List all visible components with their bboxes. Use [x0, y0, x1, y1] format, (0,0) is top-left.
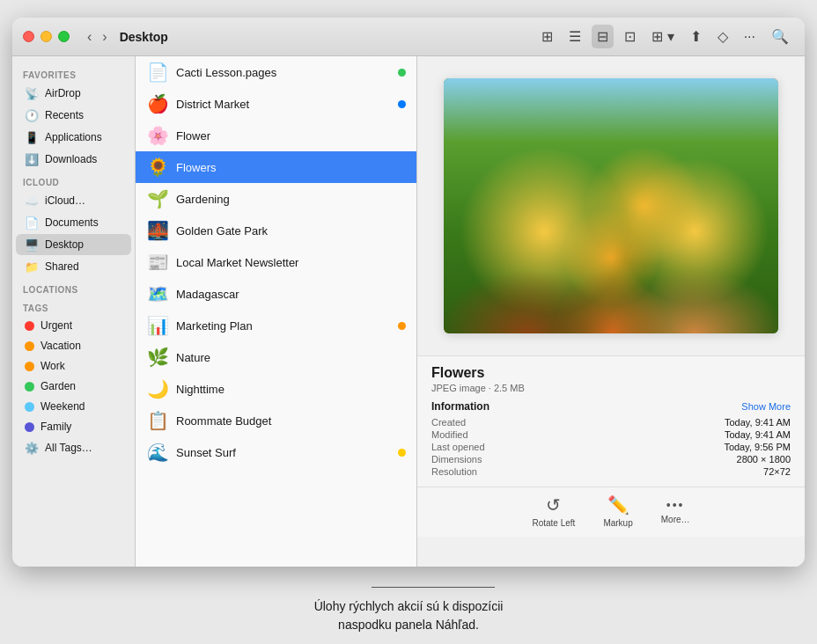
markup-icon: ✏️ — [607, 494, 629, 516]
tag-button[interactable]: ◇ — [712, 25, 733, 48]
sidebar-item-label: All Tags… — [45, 442, 92, 454]
icloud-label: iCloud — [12, 171, 135, 189]
forward-button[interactable]: › — [99, 27, 110, 47]
sidebar-item-desktop[interactable]: 🖥️ Desktop — [16, 234, 131, 255]
sidebar-item-label: Work — [40, 360, 65, 372]
file-item-nighttime[interactable]: 🌙 Nighttime — [136, 373, 416, 405]
sidebar-item-garden[interactable]: Garden — [16, 377, 131, 396]
sidebar-item-alltags[interactable]: ⚙️ All Tags… — [16, 437, 131, 458]
file-icon-nature: 🌿 — [146, 346, 169, 369]
file-item-roommate[interactable]: 📋 Roommate Budget — [136, 405, 416, 436]
sidebar-item-family[interactable]: Family — [16, 417, 131, 436]
file-icon-gardening: 🌱 — [146, 187, 169, 210]
finder-body: Favorites 📡 AirDrop 🕐 Recents 📱 Applicat… — [12, 56, 805, 567]
caption-line2: naspodku panela Náhľad. — [314, 616, 504, 634]
sidebar-item-shared[interactable]: 📁 Shared — [16, 256, 131, 277]
alltags-icon: ⚙️ — [25, 441, 39, 455]
applications-icon: 📱 — [25, 130, 39, 144]
sidebar-item-label: Vacation — [40, 340, 81, 352]
traffic-lights — [23, 31, 70, 42]
sidebar: Favorites 📡 AirDrop 🕐 Recents 📱 Applicat… — [12, 56, 136, 567]
markup-button[interactable]: ✏️ Markup — [603, 494, 632, 528]
view-gallery-button[interactable]: ⊡ — [619, 25, 641, 48]
show-more-link[interactable]: Show More — [741, 401, 791, 412]
info-val: 72×72 — [763, 466, 791, 477]
file-item-cacti[interactable]: 📄 Cacti Lesson.pages — [136, 56, 416, 88]
file-item-nature[interactable]: 🌿 Nature — [136, 341, 416, 373]
work-dot — [25, 362, 34, 371]
file-icon-marketing: 📊 — [146, 314, 169, 337]
file-item-gg-park[interactable]: 🌉 Golden Gate Park — [136, 215, 416, 246]
titlebar: ‹ › Desktop ⊞ ☰ ⊟ ⊡ ⊞ ▾ ⬆ ◇ ··· 🔍 — [12, 18, 805, 56]
file-item-sunset[interactable]: 🌊 Sunset Surf — [136, 436, 416, 468]
minimize-button[interactable] — [40, 31, 52, 42]
preview-image-container — [417, 56, 805, 355]
info-key: Resolution — [431, 466, 477, 477]
back-button[interactable]: ‹ — [84, 27, 95, 47]
sidebar-item-recents[interactable]: 🕐 Recents — [16, 105, 131, 126]
rotate-left-button[interactable]: ↺ Rotate Left — [532, 494, 575, 528]
info-header: Information Show More — [431, 400, 791, 413]
sidebar-item-weekend[interactable]: Weekend — [16, 397, 131, 416]
family-dot — [25, 422, 34, 432]
file-icon-roommate: 📋 — [146, 409, 169, 432]
info-val: Today, 9:56 PM — [724, 442, 791, 452]
caption-area: Úlohy rýchlych akcií sú k dispozícii nas… — [297, 567, 521, 644]
file-item-flowers[interactable]: 🌻 Flowers — [136, 151, 416, 183]
info-label: Information — [431, 400, 489, 413]
file-name: Cacti Lesson.pages — [176, 66, 391, 79]
sidebar-item-work[interactable]: Work — [16, 356, 131, 376]
file-name: Sunset Surf — [176, 446, 391, 459]
file-name: Nature — [176, 351, 406, 364]
file-item-madagascar[interactable]: 🗺️ Madagascar — [136, 278, 416, 310]
action-bar: ↺ Rotate Left ✏️ Markup ••• More… — [417, 487, 805, 537]
more-actions-button[interactable]: ••• More… — [661, 498, 690, 524]
sidebar-item-label: Recents — [45, 109, 84, 121]
sidebar-item-label: Family — [40, 421, 71, 433]
more-button[interactable]: ··· — [739, 26, 761, 48]
share-button[interactable]: ⬆ — [685, 25, 707, 48]
file-icon-cacti: 📄 — [146, 61, 169, 84]
sidebar-item-documents[interactable]: 📄 Documents — [16, 212, 131, 233]
search-button[interactable]: 🔍 — [766, 25, 794, 48]
weekend-dot — [25, 402, 34, 412]
sidebar-item-applications[interactable]: 📱 Applications — [16, 127, 131, 148]
info-key: Dimensions — [431, 454, 482, 465]
file-name: Madagascar — [176, 288, 406, 301]
tags-label: Tags — [12, 296, 135, 315]
shared-icon: 📁 — [25, 260, 39, 274]
file-name: Flower — [176, 129, 406, 143]
sidebar-item-downloads[interactable]: ⬇️ Downloads — [16, 149, 131, 170]
info-key: Last opened — [431, 442, 485, 452]
window-title: Desktop — [120, 30, 168, 44]
sidebar-item-vacation[interactable]: Vacation — [16, 336, 131, 355]
sidebar-item-airdrop[interactable]: 📡 AirDrop — [16, 83, 131, 104]
file-item-gardening[interactable]: 🌱 Gardening — [136, 183, 416, 215]
sidebar-item-label: Downloads — [45, 153, 97, 165]
sidebar-item-icloud[interactable]: ☁️ iCloud… — [16, 190, 131, 211]
maximize-button[interactable] — [58, 31, 70, 42]
file-item-newsletter[interactable]: 📰 Local Market Newsletter — [136, 246, 416, 278]
file-badge — [398, 100, 406, 108]
file-item-marketing[interactable]: 📊 Marketing Plan — [136, 310, 416, 341]
view-columns-button[interactable]: ⊟ — [592, 25, 614, 48]
close-button[interactable] — [23, 31, 34, 42]
file-item-district[interactable]: 🍎 District Market — [136, 88, 416, 120]
view-list-button[interactable]: ☰ — [563, 25, 586, 48]
sidebar-item-label: Shared — [45, 260, 79, 273]
file-item-flower[interactable]: 🌸 Flower — [136, 120, 416, 151]
sidebar-item-label: AirDrop — [45, 87, 81, 99]
preview-subtitle: JPEG image · 2.5 MB — [431, 383, 791, 393]
file-icon-madagascar: 🗺️ — [146, 282, 169, 305]
view-icons-button[interactable]: ⊞ — [536, 25, 558, 48]
info-key: Modified — [431, 429, 468, 440]
sidebar-item-urgent[interactable]: Urgent — [16, 316, 131, 335]
group-button[interactable]: ⊞ ▾ — [646, 25, 679, 48]
file-name: Roommate Budget — [176, 414, 406, 428]
airdrop-icon: 📡 — [25, 86, 39, 100]
favorites-label: Favorites — [12, 63, 135, 82]
sidebar-item-label: Weekend — [40, 400, 85, 413]
file-icon-nighttime: 🌙 — [146, 377, 169, 400]
downloads-icon: ⬇️ — [25, 152, 39, 166]
file-icon-flower: 🌸 — [146, 124, 169, 147]
